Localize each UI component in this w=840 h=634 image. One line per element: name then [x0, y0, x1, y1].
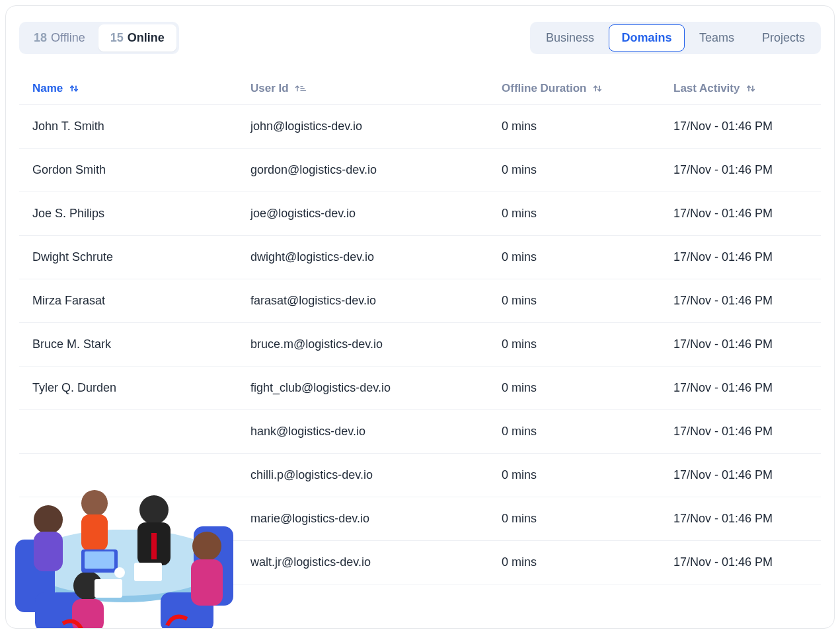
cell-offline-duration: 0 mins: [502, 337, 673, 351]
cell-last-activity: 17/Nov - 01:46 PM: [673, 512, 808, 526]
cell-offline-duration: 0 mins: [502, 250, 673, 264]
column-header-name[interactable]: Name: [32, 82, 250, 95]
cell-last-activity: 17/Nov - 01:46 PM: [673, 250, 808, 264]
cell-last-activity: 17/Nov - 01:46 PM: [673, 337, 808, 351]
table-row[interactable]: Dwight Schrutedwight@logistics-dev.io0 m…: [19, 236, 821, 279]
users-table: Name User Id Offline Duration Last Activ…: [19, 73, 821, 584]
column-header-offline-duration[interactable]: Offline Duration: [502, 82, 673, 95]
svg-rect-8: [161, 592, 213, 629]
status-online-label: Online: [128, 31, 165, 45]
cell-userid: farasat@logistics-dev.io: [250, 294, 502, 308]
status-offline-count: 18: [34, 31, 47, 45]
cell-userid: walt.jr@logistics-dev.io: [250, 555, 502, 569]
cell-userid: fight_club@logistics-dev.io: [250, 381, 502, 395]
cell-offline-duration: 0 mins: [502, 294, 673, 308]
table-row[interactable]: Bruce M. Starkbruce.m@logistics-dev.io0 …: [19, 323, 821, 367]
cell-name: [32, 512, 250, 526]
sort-icon: [592, 83, 603, 94]
cell-userid: marie@logistics-dev.io: [250, 512, 502, 526]
table-row[interactable]: Tyler Q. Durdenfight_club@logistics-dev.…: [19, 367, 821, 410]
table-header-row: Name User Id Offline Duration Last Activ…: [19, 73, 821, 105]
cell-last-activity: 17/Nov - 01:46 PM: [673, 381, 808, 395]
table-body: John T. Smithjohn@logistics-dev.io0 mins…: [19, 105, 821, 584]
cell-name: Joe S. Philips: [32, 207, 250, 221]
table-row[interactable]: chilli.p@logistics-dev.io0 mins17/Nov - …: [19, 454, 821, 497]
cell-name: Mirza Farasat: [32, 294, 250, 308]
table-row[interactable]: John T. Smithjohn@logistics-dev.io0 mins…: [19, 105, 821, 149]
sort-icon: [68, 83, 80, 94]
cell-name: Tyler Q. Durden: [32, 381, 250, 395]
cell-name: [32, 425, 250, 439]
cell-offline-duration: 0 mins: [502, 163, 673, 177]
cell-userid: hank@logistics-dev.io: [250, 425, 502, 439]
cell-last-activity: 17/Nov - 01:46 PM: [673, 163, 808, 177]
cell-offline-duration: 0 mins: [502, 555, 673, 569]
column-header-offline-duration-label: Offline Duration: [502, 82, 586, 95]
cell-last-activity: 17/Nov - 01:46 PM: [673, 294, 808, 308]
cell-userid: dwight@logistics-dev.io: [250, 250, 502, 264]
table-row[interactable]: walt.jr@logistics-dev.io0 mins17/Nov - 0…: [19, 541, 821, 584]
status-online-count: 15: [110, 31, 124, 45]
column-header-name-label: Name: [32, 82, 63, 95]
card-container: 18 Offline 15 Online Business Domains Te…: [5, 5, 835, 629]
status-offline-label: Offline: [51, 31, 85, 45]
cell-last-activity: 17/Nov - 01:46 PM: [673, 207, 808, 221]
cell-offline-duration: 0 mins: [502, 381, 673, 395]
svg-rect-19: [72, 599, 104, 629]
sort-asc-icon: [294, 83, 307, 94]
status-toggle: 18 Offline 15 Online: [19, 22, 179, 54]
tab-business[interactable]: Business: [533, 24, 607, 52]
cell-name: Gordon Smith: [32, 163, 250, 177]
cell-offline-duration: 0 mins: [502, 120, 673, 133]
status-online-tab[interactable]: 15 Online: [98, 24, 176, 52]
cell-userid: chilli.p@logistics-dev.io: [250, 468, 502, 482]
table-row[interactable]: Mirza Farasatfarasat@logistics-dev.io0 m…: [19, 279, 821, 323]
cell-last-activity: 17/Nov - 01:46 PM: [673, 555, 808, 569]
table-row[interactable]: hank@logistics-dev.io0 mins17/Nov - 01:4…: [19, 410, 821, 454]
cell-name: [32, 555, 250, 569]
table-row[interactable]: Gordon Smithgordon@logistics-dev.io0 min…: [19, 149, 821, 192]
cell-last-activity: 17/Nov - 01:46 PM: [673, 120, 808, 133]
topbar: 18 Offline 15 Online Business Domains Te…: [19, 22, 821, 54]
cell-name: John T. Smith: [32, 120, 250, 133]
cell-userid: joe@logistics-dev.io: [250, 207, 502, 221]
column-header-userid[interactable]: User Id: [250, 82, 502, 95]
cell-userid: bruce.m@logistics-dev.io: [250, 337, 502, 351]
cell-userid: john@logistics-dev.io: [250, 120, 502, 133]
sort-icon: [745, 83, 757, 94]
cell-last-activity: 17/Nov - 01:46 PM: [673, 468, 808, 482]
column-header-last-activity-label: Last Activity: [673, 82, 740, 95]
column-header-last-activity[interactable]: Last Activity: [673, 82, 808, 95]
column-header-userid-label: User Id: [250, 82, 289, 95]
tab-teams[interactable]: Teams: [686, 24, 747, 52]
tab-projects[interactable]: Projects: [749, 24, 818, 52]
cell-offline-duration: 0 mins: [502, 207, 673, 221]
table-row[interactable]: Joe S. Philipsjoe@logistics-dev.io0 mins…: [19, 192, 821, 236]
cell-name: Dwight Schrute: [32, 250, 250, 264]
svg-rect-7: [35, 592, 88, 629]
cell-offline-duration: 0 mins: [502, 512, 673, 526]
cell-offline-duration: 0 mins: [502, 468, 673, 482]
tab-domains[interactable]: Domains: [609, 24, 685, 52]
status-offline-tab[interactable]: 18 Offline: [22, 24, 97, 52]
filter-tabs: Business Domains Teams Projects: [530, 22, 821, 54]
cell-userid: gordon@logistics-dev.io: [250, 163, 502, 177]
cell-name: Bruce M. Stark: [32, 337, 250, 351]
table-row[interactable]: marie@logistics-dev.io0 mins17/Nov - 01:…: [19, 497, 821, 541]
cell-offline-duration: 0 mins: [502, 425, 673, 439]
cell-name: [32, 468, 250, 482]
cell-last-activity: 17/Nov - 01:46 PM: [673, 425, 808, 439]
